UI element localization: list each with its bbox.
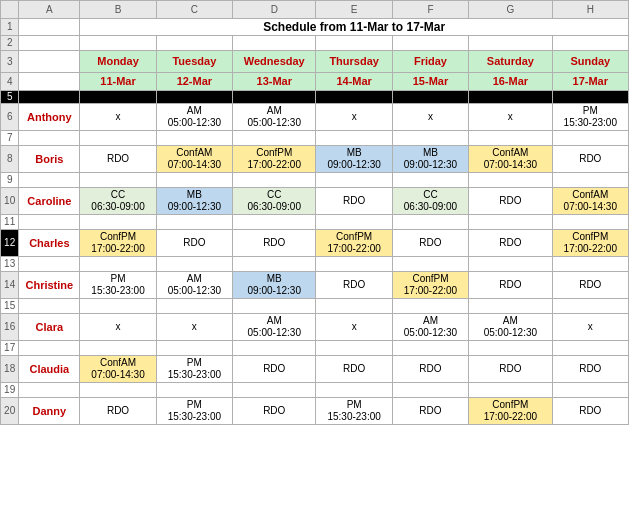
saturday-header: Saturday: [469, 51, 552, 73]
anthony-mon: x: [80, 104, 156, 131]
anthony-sun: PM15:30-23:00: [552, 104, 628, 131]
col-c: C: [156, 1, 232, 19]
monday-header: Monday: [80, 51, 156, 73]
row-18-claudia: 18 Claudia ConfAM07:00-14:30 PM15:30-23:…: [1, 356, 629, 383]
row-1: 1 Schedule from 11-Mar to 17-Mar: [1, 19, 629, 36]
col-d: D: [233, 1, 316, 19]
row-7: 7: [1, 131, 629, 146]
christine-fri: ConfPM17:00-22:00: [392, 272, 468, 299]
caroline-sat: RDO: [469, 188, 552, 215]
col-e: E: [316, 1, 392, 19]
anthony-fri: x: [392, 104, 468, 131]
clara-tue: x: [156, 314, 232, 341]
friday-header: Friday: [392, 51, 468, 73]
row-8-boris: 8 Boris RDO ConfAM07:00-14:30 ConfPM17:0…: [1, 146, 629, 173]
anthony-sat: x: [469, 104, 552, 131]
row-4-dates: 4 11-Mar 12-Mar 13-Mar 14-Mar 15-Mar 16-…: [1, 73, 629, 91]
claudia-fri: RDO: [392, 356, 468, 383]
row-5-black: 5: [1, 91, 629, 104]
col-h: H: [552, 1, 628, 19]
caroline-mon: CC06:30-09:00: [80, 188, 156, 215]
claudia-sun: RDO: [552, 356, 628, 383]
danny-wed: RDO: [233, 398, 316, 425]
anthony-name: Anthony: [19, 104, 80, 131]
christine-tue: AM05:00-12:30: [156, 272, 232, 299]
danny-fri: RDO: [392, 398, 468, 425]
charles-fri: RDO: [392, 230, 468, 257]
danny-sat: ConfPM17:00-22:00: [469, 398, 552, 425]
anthony-thu: x: [316, 104, 392, 131]
christine-sun: RDO: [552, 272, 628, 299]
col-g: G: [469, 1, 552, 19]
row-14-christine: 14 Christine PM15:30-23:00 AM05:00-12:30…: [1, 272, 629, 299]
christine-sat: RDO: [469, 272, 552, 299]
danny-thu: PM15:30-23:00: [316, 398, 392, 425]
row-12-charles: 12 Charles ConfPM17:00-22:00 RDO RDO Con…: [1, 230, 629, 257]
charles-sat: RDO: [469, 230, 552, 257]
row-19: 19: [1, 383, 629, 398]
boris-sat: ConfAM07:00-14:30: [469, 146, 552, 173]
thursday-date: 14-Mar: [316, 73, 392, 91]
charles-thu: ConfPM17:00-22:00: [316, 230, 392, 257]
clara-wed: AM05:00-12:30: [233, 314, 316, 341]
clara-sun: x: [552, 314, 628, 341]
wednesday-date: 13-Mar: [233, 73, 316, 91]
col-b: B: [80, 1, 156, 19]
claudia-wed: RDO: [233, 356, 316, 383]
boris-mon: RDO: [80, 146, 156, 173]
caroline-sun: ConfAM07:00-14:30: [552, 188, 628, 215]
clara-name: Clara: [19, 314, 80, 341]
col-a: A: [19, 1, 80, 19]
claudia-name: Claudia: [19, 356, 80, 383]
anthony-tue: AM05:00-12:30: [156, 104, 232, 131]
saturday-date: 16-Mar: [469, 73, 552, 91]
row-9: 9: [1, 173, 629, 188]
caroline-name: Caroline: [19, 188, 80, 215]
charles-mon: ConfPM17:00-22:00: [80, 230, 156, 257]
boris-wed: ConfPM17:00-22:00: [233, 146, 316, 173]
tuesday-date: 12-Mar: [156, 73, 232, 91]
christine-mon: PM15:30-23:00: [80, 272, 156, 299]
friday-date: 15-Mar: [392, 73, 468, 91]
col-header-row: A B C D E F G H: [1, 1, 629, 19]
caroline-tue: MB09:00-12:30: [156, 188, 232, 215]
tuesday-header: Tuesday: [156, 51, 232, 73]
row-16-clara: 16 Clara x x AM05:00-12:30 x AM05:00-12:…: [1, 314, 629, 341]
row-11: 11: [1, 215, 629, 230]
title: Schedule from 11-Mar to 17-Mar: [80, 19, 629, 36]
boris-tue: ConfAM07:00-14:30: [156, 146, 232, 173]
danny-name: Danny: [19, 398, 80, 425]
row-10-caroline: 10 Caroline CC06:30-09:00 MB09:00-12:30 …: [1, 188, 629, 215]
sunday-date: 17-Mar: [552, 73, 628, 91]
row-13: 13: [1, 257, 629, 272]
danny-mon: RDO: [80, 398, 156, 425]
charles-name: Charles: [19, 230, 80, 257]
christine-name: Christine: [19, 272, 80, 299]
boris-name: Boris: [19, 146, 80, 173]
row-15: 15: [1, 299, 629, 314]
clara-sat: AM05:00-12:30: [469, 314, 552, 341]
anthony-wed: AM05:00-12:30: [233, 104, 316, 131]
clara-fri: AM05:00-12:30: [392, 314, 468, 341]
sunday-header: Sunday: [552, 51, 628, 73]
charles-sun: ConfPM17:00-22:00: [552, 230, 628, 257]
row-6-anthony: 6 Anthony x AM05:00-12:30 AM05:00-12:30 …: [1, 104, 629, 131]
boris-fri: MB09:00-12:30: [392, 146, 468, 173]
boris-sun: RDO: [552, 146, 628, 173]
claudia-thu: RDO: [316, 356, 392, 383]
charles-tue: RDO: [156, 230, 232, 257]
row-17: 17: [1, 341, 629, 356]
col-f: F: [392, 1, 468, 19]
row-2: 2: [1, 36, 629, 51]
claudia-sat: RDO: [469, 356, 552, 383]
monday-date: 11-Mar: [80, 73, 156, 91]
caroline-thu: RDO: [316, 188, 392, 215]
corner-cell: [1, 1, 19, 19]
claudia-tue: PM15:30-23:00: [156, 356, 232, 383]
christine-wed: MB09:00-12:30: [233, 272, 316, 299]
schedule-table: A B C D E F G H 1 Schedule from 11-Mar t…: [0, 0, 629, 425]
clara-mon: x: [80, 314, 156, 341]
danny-tue: PM15:30-23:00: [156, 398, 232, 425]
row-3-day-names: 3 Monday Tuesday Wednesday Thursday Frid…: [1, 51, 629, 73]
claudia-mon: ConfAM07:00-14:30: [80, 356, 156, 383]
